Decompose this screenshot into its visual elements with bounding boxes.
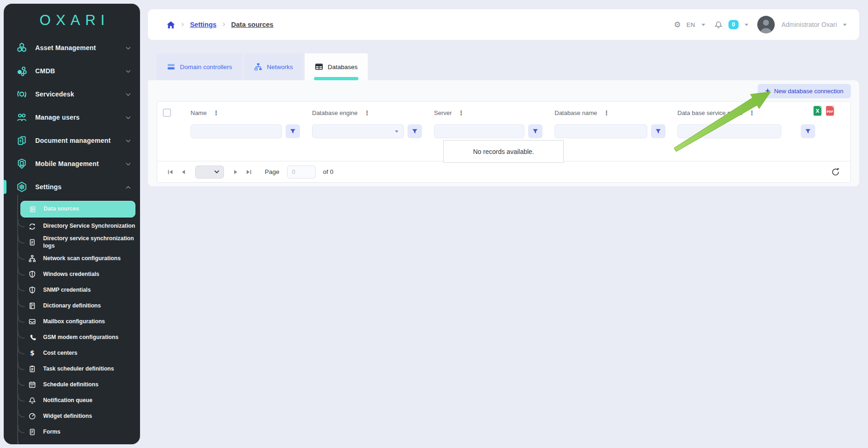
filter-button-database-engine[interactable] [408,124,422,138]
manage-users-icon [16,111,28,123]
sidebar-subitem-label: Schedule definitions [43,381,99,389]
empty-state: No records available. [443,140,564,163]
sidebar-subitem-label: Task scheduler definitions [43,365,115,373]
column-label: Database name [555,109,597,116]
sidebar-item-manage-users[interactable]: Manage users [4,106,140,129]
sidebar-subitem-notification-queue[interactable]: Notification queue [4,393,140,409]
filter-input-database-name[interactable] [555,124,647,138]
sidebar-item-document-management[interactable]: Document management [4,129,140,152]
home-breadcrumb[interactable] [166,21,175,29]
language-selector[interactable]: EN [686,21,695,28]
user-name[interactable]: Administrator Oxari [781,21,837,28]
export-excel-icon[interactable]: X [813,106,822,116]
sidebar-subitem-partial[interactable] [4,440,140,444]
filter-input-data-base-service-name[interactable] [677,124,781,138]
sidebar-subitem-directory-service-synchronization[interactable]: Directory Service Synchronization [4,218,140,234]
calendar-icon [28,381,36,389]
filter-button-name[interactable] [286,124,300,138]
sidebar-item-asset-management[interactable]: Asset Management [4,36,140,59]
breadcrumb-separator: › [181,19,184,29]
sidebar-subitem-task-scheduler-definitions[interactable]: Task scheduler definitions [4,361,140,377]
sidebar-nav: Asset ManagementCMDBServicedeskManage us… [4,36,140,444]
clipboard-icon [28,365,36,373]
notification-count-badge[interactable]: 0 [728,20,739,29]
column-menu-icon[interactable]: ⋮ [604,110,610,116]
home-icon [166,21,175,29]
filter-input-field[interactable] [439,125,519,138]
filter-cell-name [191,124,312,138]
select-all-checkbox[interactable] [163,109,171,117]
sidebar-subitem-label: Forms [43,429,61,436]
bell-icon[interactable] [714,20,723,29]
document-management-icon [16,134,28,147]
filter-button-data-base-service-name[interactable] [801,124,815,138]
tab-networks[interactable]: Networks [244,53,303,80]
sync-icon [28,222,36,230]
language-caret-icon[interactable] [701,23,706,26]
document-icon [28,238,36,247]
document-icon [28,444,36,444]
sidebar-item-mobile-management[interactable]: Mobile Management [4,152,140,175]
data-table: X PDF Name⋮Database engine⋮Server⋮Databa… [157,101,851,183]
chevron-up-icon [126,183,131,191]
filter-input-field[interactable] [196,125,277,138]
sidebar-subitem-network-scan-configurations[interactable]: Network scan configurations [4,251,140,267]
sidebar-item-label: CMDB [35,67,126,75]
column-menu-icon[interactable]: ⋮ [749,110,755,116]
chevron-down-icon [126,90,131,98]
shield-icon [28,270,36,279]
select-caret-icon [214,170,219,174]
filter-input-field[interactable] [560,125,642,138]
sidebar-item-servicedesk[interactable]: Servicedesk [4,83,140,106]
sidebar-subitem-widget-definitions[interactable]: Widget definitions [4,409,140,424]
refresh-icon[interactable] [831,167,840,177]
column-menu-icon[interactable]: ⋮ [364,110,370,116]
sidebar-subitem-forms[interactable]: Forms [4,424,140,440]
filter-button-server[interactable] [528,124,542,138]
sidebar-subitem-schedule-definitions[interactable]: Schedule definitions [4,377,140,393]
sidebar-subitem-dictionary-definitions[interactable]: Dictionary definitions [4,298,140,314]
page-size-select[interactable] [195,166,224,179]
sidebar-subitem-label: Directory Service Synchronization [43,223,136,230]
sidebar-subitem-windows-credentials[interactable]: Windows credentials [4,267,140,282]
filter-input-server[interactable] [434,124,524,138]
chevron-down-icon [126,67,131,75]
avatar[interactable] [757,16,775,33]
column-menu-icon[interactable]: ⋮ [458,110,464,116]
cmdb-icon [16,65,28,77]
filter-input-field[interactable] [683,125,776,138]
dropdown-caret-icon[interactable] [395,130,399,133]
filter-input-name[interactable] [191,124,282,138]
filter-input-field[interactable] [317,125,395,138]
column-menu-icon[interactable]: ⋮ [213,110,219,116]
breadcrumb-data-sources[interactable]: Data sources [231,21,274,28]
tab-domain-controllers[interactable]: Domain controllers [157,53,243,80]
previous-page-icon[interactable] [181,169,186,175]
sidebar-subitem-cost-centers[interactable]: $Cost centers [4,346,140,361]
sidebar-subitem-label: Dictionary definitions [43,302,102,310]
sidebar-subitem-label: Windows credentials [43,271,100,278]
sidebar-subitem-gsm-modem-configurations[interactable]: GSM modem configurations [4,330,140,346]
last-page-icon[interactable] [246,169,252,175]
notification-caret-icon[interactable] [744,23,749,26]
sidebar-item-settings[interactable]: Settings [4,175,140,198]
new-database-connection-button[interactable]: + New database connection [758,84,851,98]
sidebar-item-cmdb[interactable]: CMDB [4,59,140,83]
tab-databases[interactable]: Databases [305,53,368,80]
first-page-icon[interactable] [167,169,173,175]
funnel-icon [411,128,418,135]
filter-button-database-name[interactable] [651,124,665,138]
column-label: Database engine [312,109,357,116]
next-page-icon[interactable] [233,169,238,175]
export-pdf-icon[interactable]: PDF [825,106,835,116]
page-number-input[interactable] [287,166,316,179]
sidebar-subitem-directory-service-synchronization-logs[interactable]: Directory service synchronization logs [4,234,140,251]
filter-input-database-engine[interactable] [312,124,404,138]
user-menu-caret-icon[interactable] [842,23,847,26]
sidebar-subitem-mailbox-configurations[interactable]: Mailbox configurations [4,314,140,330]
breadcrumb-settings[interactable]: Settings [190,21,217,28]
sidebar-subitem-snmp-credentials[interactable]: SNMP credentials [4,282,140,298]
column-header-database-name: Database name⋮ [555,109,677,116]
sidebar-subitem-data-sources[interactable]: Data sources [20,201,135,218]
gear-icon[interactable]: ⚙ [674,20,681,29]
